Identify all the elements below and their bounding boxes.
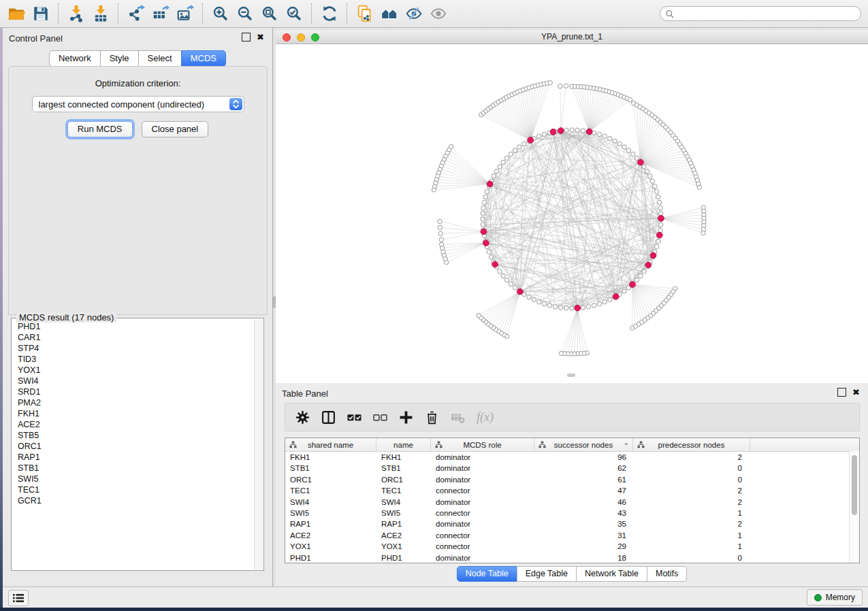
mcds-result-item[interactable]: TID3	[12, 354, 255, 365]
mcds-result-item[interactable]: SWI5	[12, 474, 255, 484]
export-image-icon[interactable]	[173, 2, 197, 25]
network-leaf-node[interactable]	[564, 84, 568, 88]
table-cell[interactable]: 2	[633, 518, 750, 529]
table-cell[interactable]: ACE2	[285, 530, 376, 541]
network-node[interactable]	[597, 301, 601, 306]
network-mcds-node[interactable]	[517, 288, 524, 295]
mcds-result-item[interactable]: ORC1	[12, 441, 255, 452]
optimization-criterion-select[interactable]: largest connected component (undirected)	[32, 96, 244, 112]
hide-selected-icon[interactable]	[402, 2, 426, 25]
table-cell[interactable]: dominator	[431, 552, 534, 563]
table-cell[interactable]: SWI5	[376, 508, 431, 518]
mcds-result-list[interactable]: PHD1CAR1STP4TID3YOX1SWI4SRD1PMA2FKH1ACE2…	[12, 321, 255, 569]
clone-network-icon[interactable]	[353, 2, 377, 25]
run-mcds-button[interactable]: Run MCDS	[67, 121, 133, 137]
table-cell[interactable]: 46	[534, 497, 633, 508]
network-mcds-node[interactable]	[630, 282, 636, 288]
network-node[interactable]	[513, 148, 517, 152]
network-node[interactable]	[648, 174, 652, 178]
network-leaf-node[interactable]	[438, 225, 442, 229]
network-node[interactable]	[631, 152, 635, 156]
table-cell[interactable]: connector	[431, 530, 534, 541]
network-leaf-node[interactable]	[628, 98, 632, 102]
table-cell[interactable]: dominator	[431, 463, 534, 474]
network-leaf-node[interactable]	[701, 231, 705, 235]
network-node[interactable]	[617, 142, 622, 146]
network-mcds-node[interactable]	[558, 128, 564, 134]
table-cell[interactable]: ORC1	[376, 474, 431, 485]
table-cell[interactable]: 96	[534, 452, 633, 463]
network-leaf-node[interactable]	[477, 314, 481, 318]
network-node[interactable]	[658, 200, 662, 204]
network-node[interactable]	[483, 195, 487, 199]
table-cell[interactable]: connector	[431, 508, 534, 518]
settings-icon[interactable]	[295, 410, 310, 425]
network-node[interactable]	[642, 269, 646, 274]
mcds-result-item[interactable]: STB5	[12, 430, 255, 441]
mcds-result-item[interactable]: PMA2	[12, 397, 255, 408]
column-header-predecessor-nodes[interactable]: predecessor nodes	[633, 438, 750, 451]
mcds-list-scrollbar[interactable]	[254, 319, 263, 569]
search-input[interactable]	[677, 7, 861, 20]
network-node[interactable]	[481, 205, 485, 210]
table-cell[interactable]: RAP1	[285, 518, 376, 529]
table-cell[interactable]: STB1	[376, 463, 431, 474]
table-cell[interactable]: 29	[534, 541, 633, 552]
network-node[interactable]	[498, 165, 502, 169]
network-node[interactable]	[650, 179, 654, 183]
network-leaf-node[interactable]	[558, 84, 562, 88]
table-cell[interactable]: 2	[633, 497, 750, 508]
network-mcds-node[interactable]	[645, 262, 652, 268]
zoom-in-icon[interactable]	[208, 2, 233, 25]
network-node[interactable]	[613, 139, 617, 143]
export-table-icon[interactable]	[148, 2, 173, 25]
table-cell[interactable]: RAP1	[376, 518, 431, 529]
network-mcds-node[interactable]	[650, 252, 656, 259]
mcds-result-item[interactable]: GCR1	[12, 495, 255, 506]
table-cell[interactable]: STB1	[285, 463, 376, 474]
network-node[interactable]	[654, 189, 658, 193]
network-node[interactable]	[498, 269, 502, 274]
table-row[interactable]: RAP1RAP1dominator352	[285, 518, 859, 529]
network-node[interactable]	[653, 184, 657, 188]
network-node[interactable]	[575, 128, 579, 132]
table-cell[interactable]: connector	[431, 485, 534, 496]
network-node[interactable]	[656, 239, 660, 243]
tab-select[interactable]: Select	[138, 50, 182, 67]
table-cell[interactable]: 2	[633, 485, 750, 496]
column-header-shared-name[interactable]: shared name	[285, 438, 376, 451]
zoom-fit-icon[interactable]	[257, 2, 282, 25]
network-node[interactable]	[481, 217, 485, 221]
table-cell[interactable]: YOX1	[376, 541, 431, 552]
network-node[interactable]	[570, 306, 574, 310]
table-cell[interactable]: 43	[534, 508, 633, 518]
close-panel-icon[interactable]: ✖	[257, 33, 264, 41]
network-mcds-node[interactable]	[575, 305, 581, 311]
network-mcds-node[interactable]	[483, 240, 489, 246]
task-history-button[interactable]	[8, 590, 29, 606]
mcds-result-item[interactable]: FKH1	[12, 408, 255, 419]
network-node[interactable]	[553, 305, 557, 309]
network-node[interactable]	[634, 156, 639, 160]
table-cell[interactable]: 35	[534, 518, 633, 529]
network-node[interactable]	[509, 282, 513, 286]
mcds-result-item[interactable]: CAR1	[12, 332, 255, 343]
table-cell[interactable]: FKH1	[376, 452, 431, 463]
network-leaf-node[interactable]	[697, 185, 701, 189]
network-node[interactable]	[542, 132, 546, 136]
network-node[interactable]	[564, 306, 568, 310]
table-cell[interactable]: SWI4	[376, 497, 431, 508]
tab-node-table[interactable]: Node Table	[457, 566, 517, 582]
table-row[interactable]: YOX1YOX1connector291	[285, 541, 859, 552]
network-node[interactable]	[501, 160, 505, 164]
network-node[interactable]	[586, 305, 590, 309]
network-node[interactable]	[656, 195, 660, 199]
network-node[interactable]	[509, 152, 513, 156]
table-cell[interactable]: PHD1	[285, 552, 376, 563]
network-node[interactable]	[481, 222, 485, 227]
close-window-icon[interactable]	[283, 33, 291, 42]
network-node[interactable]	[492, 174, 496, 178]
network-node[interactable]	[501, 274, 505, 278]
import-table-icon[interactable]	[89, 2, 113, 25]
table-cell[interactable]: ACE2	[376, 530, 431, 541]
